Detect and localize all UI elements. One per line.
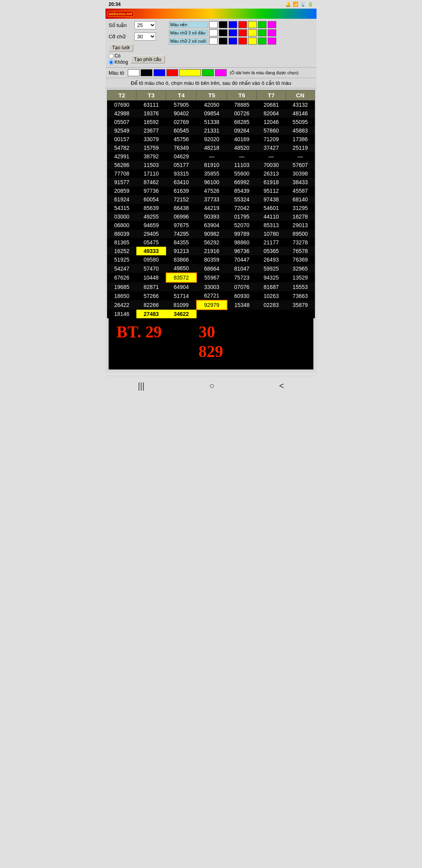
table-cell[interactable]: 56286 [107,161,136,169]
table-cell[interactable]: 81099 [166,300,197,310]
radio-co[interactable]: Có [109,53,128,59]
table-cell[interactable]: 82871 [136,282,166,291]
color-red-1[interactable] [238,21,247,28]
table-cell[interactable]: 91577 [107,178,136,187]
table-row[interactable]: 54782157597634948218485203742725119 [107,143,315,152]
table-row[interactable]: 86039294057429590982997891078089500 [107,230,315,238]
table-row[interactable]: 54315856396643844219720425460131295 [107,204,315,212]
table-row[interactable]: 67626104488357255967757239432513529 [107,273,315,282]
table-cell[interactable]: 18650 [107,291,136,300]
table-cell[interactable]: 38433 [286,178,315,187]
table-row[interactable]: 61924600547215237733553249743868140 [107,195,315,204]
table-cell[interactable]: 48218 [197,143,227,152]
table-cell[interactable]: 81910 [197,161,227,169]
table-cell[interactable]: 48520 [227,143,257,152]
so-tuan-select[interactable]: 25 [134,21,156,29]
table-cell[interactable]: 63410 [166,178,197,187]
table-cell[interactable]: 42988 [107,109,136,118]
table-cell[interactable]: 54782 [107,143,136,152]
table-row[interactable]: 20859977366163947526854399511245587 [107,187,315,195]
tao-luoi-button[interactable]: Tạo lưới [109,44,133,52]
table-cell[interactable]: 00157 [107,135,136,143]
table-cell[interactable]: 51338 [197,118,227,126]
table-cell[interactable]: — [286,152,315,161]
table-cell[interactable]: 23677 [136,126,166,135]
table-cell[interactable]: 92549 [107,126,136,135]
color-blue-3[interactable] [229,38,237,45]
mau-to-white[interactable] [128,69,139,76]
radio-khong[interactable]: Không [109,59,128,65]
table-cell[interactable]: 31295 [286,204,315,212]
table-row[interactable]: 77708171109331535855556002631330398 [107,169,315,178]
color-yellow-1[interactable] [248,21,257,28]
table-cell[interactable]: 57905 [166,100,197,109]
table-cell[interactable]: 45883 [286,126,315,135]
table-cell[interactable]: 10448 [136,273,166,282]
color-green-3[interactable] [258,38,266,45]
table-cell[interactable]: 03000 [107,212,136,221]
table-row[interactable]: 42988193769040209854007268206448146 [107,109,315,118]
table-cell[interactable]: 19685 [107,282,136,291]
table-cell[interactable]: 60054 [136,195,166,204]
table-cell[interactable]: 13529 [286,273,315,282]
table-cell[interactable]: 00726 [227,109,257,118]
table-cell[interactable]: 62721 [197,291,227,300]
table-cell[interactable]: 57266 [136,291,166,300]
color-magenta-3[interactable] [268,38,276,45]
table-cell[interactable]: 60930 [227,291,257,300]
color-green-2[interactable] [258,29,266,36]
color-black-3[interactable] [219,38,227,45]
table-cell[interactable]: 30398 [286,169,315,178]
table-cell[interactable]: 68140 [286,195,315,204]
mau-to-magenta[interactable] [215,69,227,76]
table-cell[interactable]: 95112 [257,187,286,195]
table-row[interactable]: 26422822668109992979153480228335879 [107,300,315,310]
table-cell[interactable]: 61918 [257,178,286,187]
table-cell[interactable]: 72042 [227,204,257,212]
table-cell[interactable]: 61639 [166,187,197,195]
table-cell[interactable]: 01795 [227,212,257,221]
table-cell[interactable]: 16592 [136,118,166,126]
table-cell[interactable]: 70030 [257,161,286,169]
table-cell[interactable]: 04629 [166,152,197,161]
table-cell[interactable]: 84355 [166,238,197,247]
color-green-1[interactable] [258,21,266,28]
mau-to-blue[interactable] [154,69,165,76]
table-cell[interactable] [257,310,286,318]
table-cell[interactable]: 16278 [286,212,315,221]
table-cell[interactable]: 56292 [197,238,227,247]
table-cell[interactable]: 05177 [166,161,197,169]
table-cell[interactable]: 63111 [136,100,166,109]
table-cell[interactable]: 09264 [227,126,257,135]
color-yellow-2[interactable] [248,29,257,36]
color-black-1[interactable] [219,21,227,28]
table-row[interactable]: 06800946599767563904520708531329013 [107,221,315,230]
mau-to-black[interactable] [141,69,152,76]
table-cell[interactable]: 97736 [136,187,166,195]
table-cell[interactable]: 63904 [197,221,227,230]
table-row[interactable]: 91577874626341096100669926191838433 [107,178,315,187]
table-cell[interactable]: 10780 [257,230,286,238]
table-cell[interactable]: 26422 [107,300,136,310]
table-cell[interactable]: 11503 [136,161,166,169]
table-cell[interactable]: 74295 [166,230,197,238]
table-cell[interactable]: 60545 [166,126,197,135]
table-cell[interactable]: 76369 [286,255,315,264]
table-cell[interactable]: 26493 [257,255,286,264]
table-cell[interactable]: 09854 [197,109,227,118]
table-cell[interactable]: 15553 [286,282,315,291]
table-row[interactable]: 56286115030517781910111037003057607 [107,161,315,169]
table-cell[interactable]: 27483 [136,310,166,318]
table-cell[interactable]: 82064 [257,109,286,118]
table-cell[interactable]: 55324 [227,195,257,204]
table-cell[interactable]: 21177 [257,238,286,247]
table-cell[interactable]: 15759 [136,143,166,152]
table-cell[interactable]: 06800 [107,221,136,230]
table-cell[interactable]: 07690 [107,100,136,109]
table-row[interactable]: 54247574704965068664810475992532965 [107,264,315,273]
table-cell[interactable]: 55600 [227,169,257,178]
table-cell[interactable]: — [227,152,257,161]
table-cell[interactable]: 40169 [227,135,257,143]
table-cell[interactable]: 10263 [257,291,286,300]
table-cell[interactable]: 09580 [136,255,166,264]
